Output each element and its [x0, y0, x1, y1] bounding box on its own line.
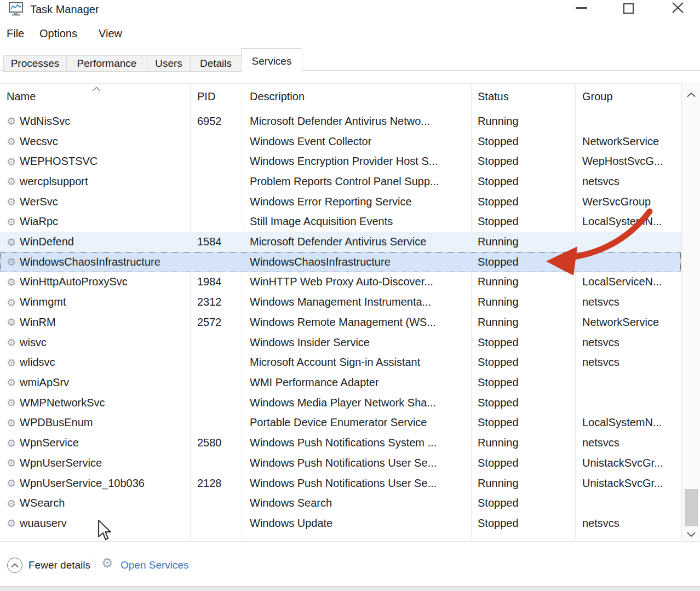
tab-processes[interactable]: Processes	[3, 55, 67, 72]
table-row[interactable]: ⚙wmiApSrv WMI Performance Adapter Stoppe…	[0, 372, 681, 393]
service-status: Running	[471, 276, 575, 288]
service-name: WinHttpAutoProxySvc	[20, 276, 128, 288]
fewer-details-label[interactable]: Fewer details	[28, 559, 90, 571]
service-group: WepHostSvcG...	[575, 155, 681, 168]
service-name: wisvc	[20, 336, 47, 349]
service-status: Stopped	[471, 356, 575, 369]
service-pid: 2572	[190, 316, 243, 329]
table-row[interactable]: ⚙WinHttpAutoProxySvc 1984 WinHTTP Web Pr…	[0, 272, 681, 292]
table-row[interactable]: ⚙WMPNetworkSvc Windows Media Player Netw…	[0, 393, 681, 413]
service-group: UnistackSvcGr...	[575, 477, 681, 490]
menu-file[interactable]: File	[7, 27, 24, 40]
table-row[interactable]: ⚙WinRM 2572 Windows Remote Management (W…	[0, 312, 681, 332]
service-status: Stopped	[471, 155, 575, 168]
service-name-cell: ⚙WerSvc	[0, 196, 190, 208]
service-group: netsvcs	[575, 336, 681, 349]
table-row[interactable]: ⚙WPDBusEnum Portable Device Enumerator S…	[0, 413, 681, 433]
service-gear-icon: ⚙	[7, 397, 16, 409]
service-name: wmiApSrv	[20, 376, 69, 389]
tab-details[interactable]: Details	[190, 55, 242, 72]
menu-options[interactable]: Options	[39, 27, 77, 40]
service-gear-icon: ⚙	[7, 115, 16, 127]
table-row[interactable]: ⚙WerSvc Windows Error Reporting Service …	[0, 192, 681, 212]
service-status: Stopped	[471, 336, 575, 349]
service-name-cell: ⚙wuauserv	[0, 517, 190, 530]
column-header-pid[interactable]: PID	[197, 90, 215, 103]
column-header-status[interactable]: Status	[478, 90, 509, 103]
table-header: Name PID Description Status Group	[0, 83, 681, 111]
scroll-down-icon[interactable]	[686, 530, 696, 540]
service-gear-icon: ⚙	[7, 477, 16, 489]
tab-users[interactable]: Users	[147, 55, 191, 72]
column-header-description[interactable]: Description	[250, 90, 305, 103]
service-description: Windows Media Player Network Sha...	[243, 397, 471, 409]
service-name: WEPHOSTSVC	[20, 155, 97, 168]
table-row[interactable]: ⚙WSearch Windows Search Stopped	[0, 493, 681, 513]
table-row[interactable]: ⚙WpnService 2580 Windows Push Notificati…	[0, 433, 681, 453]
footer-top-border	[0, 541, 700, 542]
service-status: Running	[471, 115, 575, 128]
fewer-details-button[interactable]	[7, 558, 22, 573]
service-name-cell: ⚙WpnUserService_10b036	[0, 477, 190, 490]
table-row[interactable]: ⚙WpnUserService Windows Push Notificatio…	[0, 453, 681, 473]
table-row[interactable]: ⚙wercplsupport Problem Reports Control P…	[0, 171, 681, 192]
service-group: netsvcs	[575, 296, 681, 308]
close-button[interactable]	[666, 0, 690, 16]
tab-services[interactable]: Services	[241, 48, 302, 72]
service-group: netsvcs	[575, 437, 681, 449]
table-row[interactable]: ⚙WinDefend 1584 Microsoft Defender Antiv…	[0, 232, 681, 252]
table-row[interactable]: ⚙WpnUserService_10b036 2128 Windows Push…	[0, 473, 681, 494]
scrollbar-thumb[interactable]	[685, 489, 698, 526]
service-description: Windows Event Collector	[243, 135, 471, 148]
service-name-cell: ⚙Winmgmt	[0, 296, 190, 308]
table-row[interactable]: ⚙wuauserv Windows Update Stopped netsvcs	[0, 513, 681, 533]
service-name-cell: ⚙WEPHOSTSVC	[0, 155, 190, 168]
table-row[interactable]: ⚙WdNisSvc 6952 Microsoft Defender Antivi…	[0, 111, 681, 131]
service-name: wercplsupport	[20, 175, 88, 188]
service-name-cell: ⚙wisvc	[0, 336, 190, 349]
task-manager-icon	[8, 1, 24, 20]
service-name: WpnUserService_10b036	[20, 477, 145, 490]
service-description: Microsoft Account Sign-in Assistant	[243, 356, 471, 369]
service-gear-icon: ⚙	[7, 216, 16, 228]
service-name-cell: ⚙wlidsvc	[0, 356, 190, 369]
table-row[interactable]: ⚙Wecsvc Windows Event Collector Stopped …	[0, 131, 681, 152]
service-gear-icon: ⚙	[7, 357, 16, 369]
maximize-button[interactable]	[618, 0, 642, 16]
column-header-name[interactable]: Name	[7, 90, 36, 103]
service-status: Running	[471, 477, 575, 490]
title-bar: Task Manager	[0, 0, 700, 25]
minimize-button[interactable]	[570, 0, 594, 16]
table-row[interactable]: ⚙WiaRpc Still Image Acquisition Events S…	[0, 212, 681, 232]
table-row[interactable]: ⚙wisvc Windows Insider Service Stopped n…	[0, 332, 681, 353]
service-status: Stopped	[471, 175, 575, 188]
service-gear-icon: ⚙	[7, 457, 16, 469]
service-name-cell: ⚙WinDefend	[0, 236, 190, 248]
open-services-link[interactable]: Open Services	[121, 559, 189, 571]
service-description: Microsoft Defender Antivirus Netwo...	[243, 115, 471, 128]
footer-divider	[95, 556, 95, 574]
table-row[interactable]: ⚙WEPHOSTSVC Windows Encryption Provider …	[0, 151, 681, 171]
service-pid: 2312	[190, 296, 243, 308]
table-row[interactable]: ⚙Winmgmt 2312 Windows Management Instrum…	[0, 292, 681, 312]
column-header-group[interactable]: Group	[582, 90, 613, 103]
service-pid: 1584	[190, 236, 243, 248]
vertical-scrollbar[interactable]	[681, 83, 700, 540]
service-name: Winmgmt	[20, 296, 66, 308]
service-group: LocalSystemN...	[575, 416, 681, 429]
table-row[interactable]: ⚙WindowsChaosInfrastructure WindowsChaos…	[0, 252, 681, 272]
scroll-up-icon[interactable]	[686, 90, 696, 100]
service-name: wlidsvc	[20, 356, 55, 369]
service-gear-icon: ⚙	[7, 156, 16, 168]
menu-view[interactable]: View	[99, 27, 122, 40]
service-name: WSearch	[20, 497, 65, 509]
service-description: WinHTTP Web Proxy Auto-Discover...	[243, 276, 471, 288]
table-row[interactable]: ⚙wlidsvc Microsoft Account Sign-in Assis…	[0, 352, 681, 372]
service-name-cell: ⚙Wecsvc	[0, 135, 190, 148]
service-pid: 2128	[190, 477, 243, 490]
service-status: Stopped	[471, 196, 575, 208]
service-name-cell: ⚙wercplsupport	[0, 175, 190, 188]
service-description: Windows Remote Management (WS...	[243, 316, 471, 329]
service-name: WinRM	[20, 316, 56, 329]
tab-performance[interactable]: Performance	[66, 55, 147, 72]
